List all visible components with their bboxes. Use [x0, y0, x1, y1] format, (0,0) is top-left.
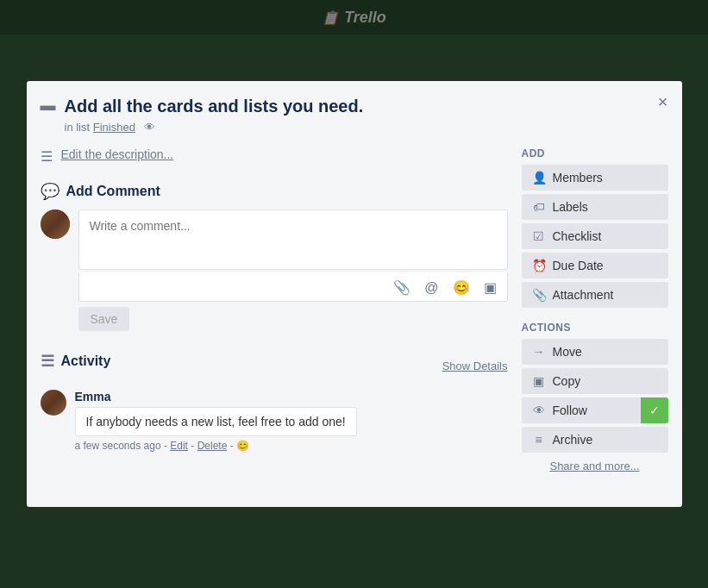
activity-section: ☰ Activity Show Details Emma If anybody …	[41, 352, 508, 452]
mention-toolbar-icon[interactable]: @	[421, 278, 442, 297]
activity-time: a few seconds ago	[75, 440, 161, 452]
activity-header: ☰ Activity Show Details	[41, 352, 508, 379]
activity-item: Emma If anybody needs a new list, feel f…	[41, 390, 508, 452]
in-list-label: in list	[65, 121, 91, 134]
comment-input-area: 📎 @ 😊 ▣ Save	[78, 210, 508, 331]
activity-user-avatar	[41, 390, 66, 416]
copy-icon: ▣	[532, 374, 546, 388]
activity-title-row: ☰ Activity	[41, 352, 111, 371]
follow-button[interactable]: 👁 Follow	[522, 397, 641, 423]
close-button[interactable]: ×	[655, 90, 672, 114]
card-toolbar-icon[interactable]: ▣	[480, 278, 500, 297]
watch-icon: 👁	[144, 121, 155, 134]
modal-subtitle: in list Finished 👁	[65, 121, 668, 134]
add-comment-section: 💬 Add Comment 📎 @ 😊	[41, 182, 508, 331]
description-section: ☰ Edit the description...	[41, 147, 508, 165]
checklist-button[interactable]: ☑ Checklist	[522, 223, 668, 249]
description-icon: ☰	[41, 148, 53, 165]
user-avatar	[41, 210, 70, 239]
modal-header: ▬ Add all the cards and lists you need.	[41, 95, 668, 117]
activity-separator-2: -	[191, 440, 197, 452]
modal-overlay: × ▬ Add all the cards and lists you need…	[0, 0, 708, 588]
follow-icon: 👁	[532, 403, 546, 417]
follow-active-check[interactable]: ✓	[641, 397, 668, 423]
activity-reaction-icon: - 😊	[230, 440, 249, 452]
activity-comment-bubble: If anybody needs a new list, feel free t…	[75, 407, 357, 436]
activity-icon: ☰	[41, 352, 54, 371]
comment-input-row: 📎 @ 😊 ▣ Save	[41, 210, 508, 331]
checklist-icon: ☑	[532, 229, 546, 243]
due-date-icon: ⏰	[532, 259, 546, 272]
card-icon: ▬	[41, 97, 56, 115]
activity-user-name: Emma	[75, 390, 508, 403]
activity-delete-link[interactable]: Delete	[197, 440, 228, 452]
attachment-toolbar-icon[interactable]: 📎	[390, 278, 414, 297]
activity-content: Emma If anybody needs a new list, feel f…	[75, 390, 508, 452]
follow-container: 👁 Follow ✓	[522, 397, 668, 423]
add-section: Add 👤 Members 🏷 Labels ☑ Checklist ⏰	[522, 147, 668, 308]
archive-button[interactable]: ≡ Archive	[522, 427, 668, 453]
members-icon: 👤	[532, 171, 546, 185]
move-button[interactable]: → Move	[522, 339, 668, 365]
comment-textarea[interactable]	[78, 210, 508, 270]
modal-body: ☰ Edit the description... 💬 Add Comment	[41, 147, 668, 486]
show-details-link[interactable]: Show Details	[442, 360, 508, 372]
edit-description-link[interactable]: Edit the description...	[61, 147, 174, 161]
emoji-toolbar-icon[interactable]: 😊	[449, 278, 473, 297]
labels-icon: 🏷	[532, 200, 546, 214]
add-comment-title: 💬 Add Comment	[41, 182, 508, 201]
attachment-button[interactable]: 📎 Attachment	[522, 282, 668, 308]
main-content: ☰ Edit the description... 💬 Add Comment	[41, 147, 508, 486]
add-section-title: Add	[522, 147, 668, 160]
save-comment-button[interactable]: Save	[78, 307, 130, 331]
copy-button[interactable]: ▣ Copy	[522, 368, 668, 394]
activity-edit-link[interactable]: Edit	[170, 440, 188, 452]
attachment-icon: 📎	[532, 288, 546, 302]
list-name-link[interactable]: Finished	[93, 121, 135, 134]
actions-section-title: Actions	[522, 322, 668, 334]
card-modal: × ▬ Add all the cards and lists you need…	[27, 81, 682, 507]
members-button[interactable]: 👤 Members	[522, 165, 668, 191]
actions-section: Actions → Move ▣ Copy 👁 Follow	[522, 322, 668, 472]
comment-icon: 💬	[41, 182, 60, 201]
activity-comment-text: If anybody needs a new list, feel free t…	[86, 415, 346, 428]
avatar-image	[41, 210, 70, 239]
share-more-link[interactable]: Share and more...	[522, 460, 668, 472]
labels-button[interactable]: 🏷 Labels	[522, 194, 668, 220]
move-icon: →	[532, 345, 546, 359]
modal-title: Add all the cards and lists you need.	[65, 95, 364, 117]
activity-meta: a few seconds ago - Edit - Delete - 😊	[75, 440, 508, 452]
comment-toolbar: 📎 @ 😊 ▣	[78, 272, 508, 302]
due-date-button[interactable]: ⏰ Due Date	[522, 253, 668, 278]
sidebar: Add 👤 Members 🏷 Labels ☑ Checklist ⏰	[522, 147, 668, 486]
archive-icon: ≡	[532, 433, 546, 447]
